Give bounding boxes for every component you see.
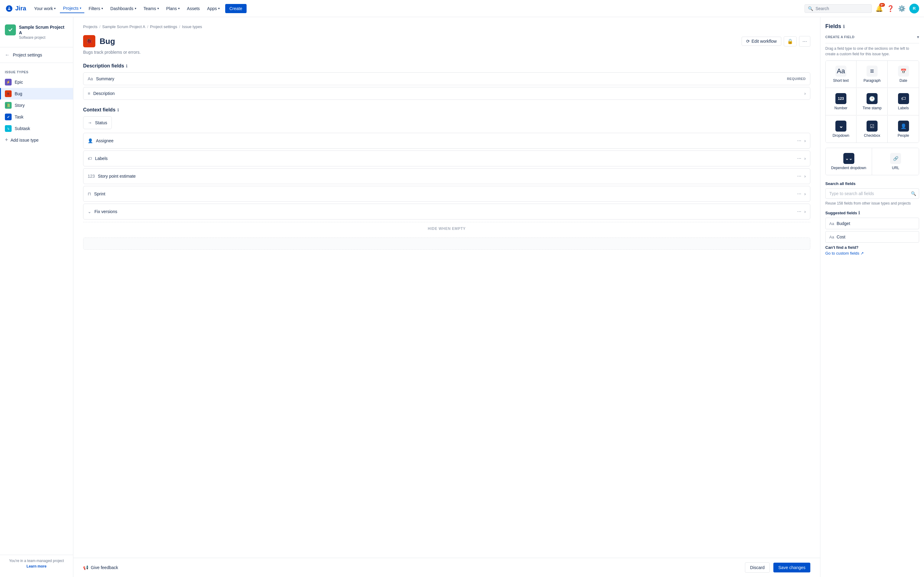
settings-button[interactable]: ⚙️ bbox=[898, 5, 906, 12]
sidebar-item-bug[interactable]: 🐞 Bug bbox=[0, 88, 73, 100]
sidebar-item-story[interactable]: 📗 Story bbox=[0, 100, 73, 111]
sprint-field-card[interactable]: ⊓ Sprint ··· › bbox=[83, 186, 810, 202]
breadcrumb-sep1: / bbox=[99, 24, 100, 29]
people-icon: 👤 bbox=[898, 121, 909, 132]
project-settings-label: Project settings bbox=[13, 53, 42, 57]
field-type-short-text[interactable]: Aa Short text bbox=[825, 61, 856, 88]
chevron-right-icon: › bbox=[804, 174, 806, 179]
learn-more-link[interactable]: Learn more bbox=[5, 564, 68, 569]
breadcrumb-project-settings[interactable]: Project settings bbox=[150, 24, 177, 29]
field-type-dropdown[interactable]: ⌄ Dropdown bbox=[825, 116, 856, 143]
description-field-card[interactable]: ≡ Description › bbox=[83, 87, 810, 100]
edit-workflow-button[interactable]: ⟳ Edit workflow bbox=[741, 37, 781, 46]
breadcrumb-project-name[interactable]: Sample Scrum Project A bbox=[102, 24, 145, 29]
status-field-card[interactable]: → Status bbox=[83, 116, 112, 129]
labels-field-name: Labels bbox=[95, 156, 792, 161]
labels-more-button[interactable]: ··· bbox=[795, 155, 804, 163]
create-field-label: CREATE A FIELD bbox=[825, 35, 855, 39]
summary-field-name: Summary bbox=[96, 76, 784, 81]
feedback-icon: 📢 bbox=[83, 565, 88, 570]
chevron-down-icon: ▾ bbox=[178, 7, 180, 10]
add-issue-type-button[interactable]: + Add issue type bbox=[0, 134, 73, 146]
sidebar-item-task[interactable]: ✔ Task bbox=[0, 111, 73, 123]
context-info-icon[interactable]: ℹ bbox=[117, 108, 119, 112]
go-to-custom-fields-link[interactable]: Go to custom fields ↗ bbox=[825, 251, 919, 256]
help-button[interactable]: ❓ bbox=[887, 5, 894, 12]
chevron-down-icon: ▾ bbox=[102, 7, 103, 10]
breadcrumb-projects[interactable]: Projects bbox=[83, 24, 97, 29]
chevron-down-icon: ▾ bbox=[54, 7, 56, 10]
nav-plans[interactable]: Plans ▾ bbox=[163, 4, 183, 13]
summary-field-card[interactable]: Aa Summary REQUIRED bbox=[83, 73, 810, 85]
nav-apps[interactable]: Apps ▾ bbox=[204, 4, 223, 13]
number-label: Number bbox=[835, 106, 848, 110]
fix-versions-field-card[interactable]: ⌄ Fix versions ··· › bbox=[83, 204, 810, 219]
create-button[interactable]: Create bbox=[225, 4, 247, 13]
save-changes-button[interactable]: Save changes bbox=[773, 562, 810, 572]
breadcrumb: Projects / Sample Scrum Project A / Proj… bbox=[83, 24, 810, 29]
fields-info-icon[interactable]: ℹ bbox=[843, 24, 845, 29]
search-fields-input[interactable] bbox=[825, 189, 919, 199]
time-stamp-icon: 🕐 bbox=[867, 93, 877, 104]
story-point-field-actions: ··· › bbox=[795, 172, 806, 180]
description-info-icon[interactable]: ℹ bbox=[126, 63, 128, 68]
cost-text-icon: Aa bbox=[829, 235, 834, 239]
story-point-field-card[interactable]: 123 Story point estimate ··· › bbox=[83, 168, 810, 184]
nav-logo[interactable]: Jira bbox=[5, 4, 26, 13]
global-search[interactable]: 🔍 Search bbox=[804, 4, 872, 13]
field-type-url[interactable]: 🔗 URL bbox=[872, 148, 919, 175]
assignee-more-button[interactable]: ··· bbox=[795, 137, 804, 145]
user-avatar[interactable]: R bbox=[909, 4, 919, 13]
chevron-right-icon: › bbox=[804, 91, 806, 96]
nav-dashboards[interactable]: Dashboards ▾ bbox=[107, 4, 139, 13]
main-layout: Sample Scrum Project A Software project … bbox=[0, 17, 924, 577]
field-type-paragraph[interactable]: ≡ Paragraph bbox=[857, 61, 888, 88]
field-type-checkbox[interactable]: ☑ Checkbox bbox=[857, 116, 888, 143]
suggested-field-budget[interactable]: Aa Budget bbox=[825, 218, 919, 229]
assignee-field-card[interactable]: 👤 Assignee ··· › bbox=[83, 133, 810, 149]
description-field-name: Description bbox=[93, 91, 801, 96]
nav-filters[interactable]: Filters ▾ bbox=[86, 4, 106, 13]
breadcrumb-sep2: / bbox=[147, 24, 148, 29]
discard-button[interactable]: Discard bbox=[745, 562, 770, 573]
story-point-more-button[interactable]: ··· bbox=[795, 172, 804, 180]
description-fields-header: Description fields ℹ bbox=[83, 63, 810, 69]
create-field-header[interactable]: CREATE A FIELD ▾ bbox=[825, 31, 919, 44]
sidebar-item-subtask[interactable]: ↳ Subtask bbox=[0, 123, 73, 134]
story-icon: 📗 bbox=[5, 102, 11, 109]
dependent-dropdown-label: Dependent dropdown bbox=[831, 166, 866, 170]
lock-icon: 🔒 bbox=[787, 39, 793, 44]
field-type-number[interactable]: 123 Number bbox=[825, 88, 856, 115]
suggested-info-icon[interactable]: ℹ bbox=[858, 210, 860, 215]
field-type-time-stamp[interactable]: 🕐 Time stamp bbox=[857, 88, 888, 115]
external-link-icon: ↗ bbox=[861, 251, 864, 256]
nav-assets[interactable]: Assets bbox=[184, 4, 203, 13]
labels-field-card[interactable]: 🏷 Labels ··· › bbox=[83, 150, 810, 166]
ellipsis-icon: ··· bbox=[802, 38, 807, 44]
sidebar-item-epic[interactable]: ⚡ Epic bbox=[0, 76, 73, 88]
fix-versions-more-button[interactable]: ··· bbox=[795, 208, 804, 216]
nav-teams[interactable]: Teams ▾ bbox=[141, 4, 162, 13]
description-fields-title: Description fields bbox=[83, 63, 124, 69]
give-feedback-button[interactable]: 📢 Give feedback bbox=[83, 565, 118, 570]
empty-fields-drop-zone[interactable] bbox=[83, 237, 810, 250]
jira-brand: Jira bbox=[15, 5, 26, 12]
field-type-labels[interactable]: 🏷 Labels bbox=[888, 88, 919, 115]
notifications-button[interactable]: 🔔 9+ bbox=[876, 5, 883, 12]
sprint-more-button[interactable]: ··· bbox=[795, 190, 804, 198]
project-type: Software project bbox=[19, 35, 68, 40]
nav-projects[interactable]: Projects ▾ bbox=[60, 4, 84, 13]
more-button[interactable]: ··· bbox=[799, 36, 810, 47]
suggested-field-cost[interactable]: Aa Cost bbox=[825, 231, 919, 243]
fix-versions-field-actions: ··· › bbox=[795, 208, 806, 216]
nav-your-work[interactable]: Your work ▾ bbox=[31, 4, 59, 13]
paragraph-icon: ≡ bbox=[867, 66, 877, 77]
hide-when-empty-label: HIDE WHEN EMPTY bbox=[83, 222, 810, 235]
field-type-people[interactable]: 👤 People bbox=[888, 116, 919, 143]
field-type-date[interactable]: 📅 Date bbox=[888, 61, 919, 88]
lock-button[interactable]: 🔒 bbox=[784, 36, 796, 47]
sidebar-project-settings[interactable]: ← Project settings bbox=[0, 50, 73, 60]
summary-required-badge: REQUIRED bbox=[787, 77, 806, 81]
project-header: Sample Scrum Project A Software project bbox=[0, 22, 73, 45]
field-type-dependent-dropdown[interactable]: ⌄⌄ Dependent dropdown bbox=[825, 148, 872, 175]
